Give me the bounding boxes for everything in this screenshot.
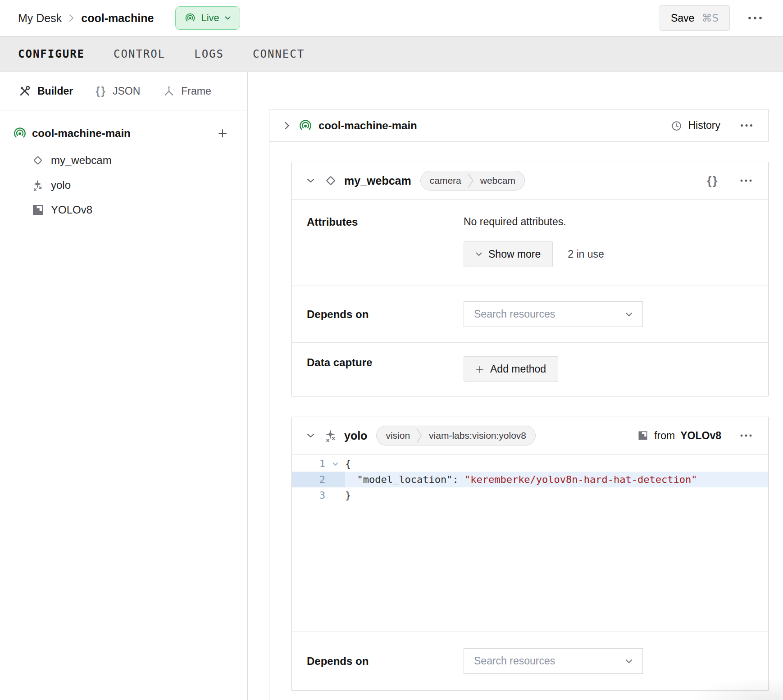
badge-divider-icon	[468, 171, 474, 191]
part-title: cool-machine-main	[319, 119, 417, 132]
view-builder[interactable]: Builder	[18, 84, 73, 98]
config-main: cool-machine-main History	[248, 72, 783, 700]
part-connector-line	[269, 142, 269, 700]
frame-axes-icon	[163, 85, 175, 97]
chat-launcher-shadow	[688, 677, 783, 700]
tree-children: my_webcam yolo	[0, 148, 247, 222]
topbar-more-menu-button[interactable]	[745, 14, 765, 23]
plus-icon	[218, 128, 228, 138]
broadcast-icon	[185, 13, 196, 23]
card-more-menu-button[interactable]	[737, 432, 755, 440]
json-key: "model_location"	[345, 474, 452, 485]
attributes-in-use-count: 2 in use	[568, 248, 604, 260]
line-number: 1	[292, 458, 325, 469]
from-module-label: from YOLOv8	[637, 430, 721, 442]
tab-connect[interactable]: CONNECT	[253, 48, 305, 60]
topbar-actions: Save ⌘S	[660, 5, 765, 31]
tab-configure[interactable]: CONFIGURE	[18, 48, 85, 60]
tree-item-machine-part[interactable]: cool-machine-main	[0, 123, 247, 144]
service-sparkle-icon	[31, 178, 45, 192]
service-sparkle-icon	[323, 428, 338, 443]
breadcrumb-root-link[interactable]: My Desk	[18, 12, 62, 25]
history-button[interactable]: History	[670, 119, 720, 132]
broadcast-icon	[13, 127, 27, 140]
code-line-3: 3 }	[292, 487, 768, 503]
ellipsis-icon	[740, 434, 752, 437]
save-shortcut: ⌘S	[701, 12, 719, 24]
select-placeholder: Search resources	[474, 308, 555, 320]
chevron-down-icon	[332, 462, 338, 466]
code-line-1: 1 {	[292, 456, 768, 472]
line-number: 2	[292, 474, 325, 485]
ellipsis-icon	[740, 124, 753, 127]
card-my-webcam: my_webcam camera webcam {} Attributes No…	[291, 162, 769, 396]
save-button[interactable]: Save ⌘S	[660, 5, 730, 31]
attributes-empty-text: No required attributes.	[464, 216, 604, 228]
chevron-down-icon	[307, 178, 314, 183]
edit-json-button[interactable]: {}	[705, 172, 721, 190]
depends-on-select[interactable]: Search resources	[464, 301, 643, 327]
json-string-value: "keremberke/yolov8n-hard-hat-detection"	[464, 474, 697, 485]
collapse-card-button[interactable]	[307, 433, 314, 438]
component-diamond-icon	[31, 154, 45, 167]
broadcast-icon	[299, 119, 312, 132]
tree-item-yolo[interactable]: yolo	[0, 173, 247, 197]
data-capture-section: Data capture Add method	[292, 343, 768, 396]
add-resource-button[interactable]	[215, 126, 230, 141]
chevron-down-icon	[307, 433, 314, 438]
breadcrumb: My Desk cool-machine	[18, 12, 154, 25]
live-status-dropdown[interactable]: Live	[175, 6, 240, 30]
code-fold-toggle[interactable]	[325, 462, 345, 466]
view-mode-toggle: Builder {} JSON Frame	[0, 72, 247, 110]
machine-tabbar: CONFIGURE CONTROL LOGS CONNECT	[0, 36, 783, 72]
select-placeholder: Search resources	[474, 655, 555, 667]
data-capture-label: Data capture	[292, 356, 464, 396]
chevron-down-icon	[225, 16, 231, 20]
tree-item-my-webcam[interactable]: my_webcam	[0, 148, 247, 173]
component-diamond-icon	[323, 173, 338, 188]
chevron-down-icon	[476, 252, 482, 256]
machine-part-header: cool-machine-main History	[269, 109, 769, 142]
view-frame[interactable]: Frame	[163, 85, 211, 97]
card-yolo: yolo vision viam-labs:vision:yolov8 from…	[291, 417, 769, 691]
view-json[interactable]: {} JSON	[96, 85, 140, 97]
attributes-section: Attributes No required attributes. Show …	[292, 200, 768, 286]
breadcrumb-machine-name: cool-machine	[81, 12, 154, 25]
badge-divider-icon	[416, 426, 423, 445]
line-number: 3	[292, 490, 325, 501]
history-icon	[670, 119, 683, 132]
tab-control[interactable]: CONTROL	[114, 48, 165, 60]
show-more-button[interactable]: Show more	[464, 241, 553, 267]
json-braces-icon: {}	[96, 85, 107, 97]
tab-logs[interactable]: LOGS	[194, 48, 224, 60]
chevron-down-icon	[625, 312, 633, 317]
card-more-menu-button[interactable]	[737, 177, 755, 185]
depends-on-label: Depends on	[292, 308, 464, 321]
part-more-menu-button[interactable]	[737, 121, 756, 130]
depends-on-section: Depends on Search resources	[292, 286, 768, 343]
collapse-card-button[interactable]	[307, 178, 314, 183]
depends-on-select[interactable]: Search resources	[464, 648, 643, 674]
attributes-label: Attributes	[292, 200, 464, 286]
tree-item-yolov8-module[interactable]: YOLOv8	[0, 197, 247, 222]
chevron-right-icon	[284, 121, 290, 130]
service-name: yolo	[344, 429, 367, 442]
yolo-card-header: yolo vision viam-labs:vision:yolov8 from…	[292, 417, 768, 455]
chevron-down-icon	[625, 659, 633, 664]
config-sidebar: Builder {} JSON Frame	[0, 72, 248, 700]
component-type-badge: camera webcam	[420, 171, 525, 191]
live-label: Live	[201, 12, 219, 24]
builder-tools-icon	[18, 84, 32, 98]
webcam-card-header: my_webcam camera webcam {}	[292, 162, 768, 200]
topbar: My Desk cool-machine Live Save ⌘	[0, 0, 783, 36]
json-attributes-editor[interactable]: 1 { 2 "model_location": "keremberke/yolo…	[292, 455, 768, 632]
tree-root-label: cool-machine-main	[32, 127, 131, 140]
resource-tree: cool-machine-main my_webcam	[0, 110, 247, 222]
expand-part-button[interactable]	[284, 121, 290, 130]
service-type-badge: vision viam-labs:vision:yolov8	[376, 426, 536, 445]
plus-icon	[476, 365, 484, 373]
module-icon	[31, 203, 45, 217]
add-method-button[interactable]: Add method	[464, 356, 558, 382]
depends-on-label: Depends on	[292, 655, 464, 668]
viam-machine-config-page: My Desk cool-machine Live Save ⌘	[0, 0, 783, 700]
